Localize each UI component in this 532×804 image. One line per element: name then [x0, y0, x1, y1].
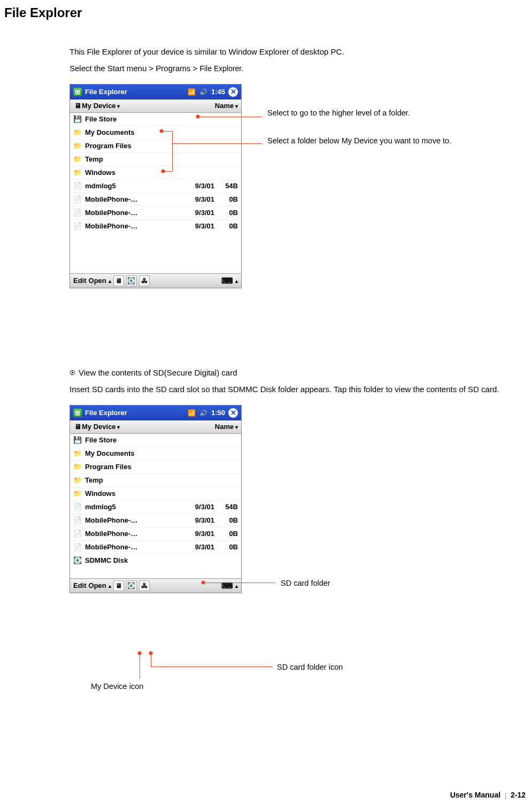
signal-icon[interactable] — [188, 88, 196, 96]
item-name: MobilePhone-… — [85, 515, 178, 526]
list-item[interactable]: Windows — [70, 487, 241, 500]
location-bar: My Device Name — [70, 99, 241, 113]
item-size: 54B — [218, 181, 238, 192]
tool-device-icon[interactable]: 🖥 — [113, 580, 124, 591]
sound-icon[interactable] — [199, 409, 208, 417]
item-size: 0B — [218, 542, 238, 553]
clock[interactable]: 1:50 — [211, 408, 225, 418]
keyboard-icon[interactable] — [221, 275, 233, 287]
callout-line — [151, 667, 273, 667]
item-name: Program Files — [85, 141, 238, 151]
item-date: 9/3/01 — [181, 194, 214, 205]
start-icon[interactable] — [73, 409, 82, 417]
file-list: File StoreMy DocumentsProgram FilesTempW… — [70, 113, 241, 273]
list-item[interactable]: Temp — [70, 152, 241, 166]
list-item[interactable]: File Store — [70, 113, 241, 126]
sort-dropdown[interactable]: Name — [215, 422, 238, 432]
footer-manual: User's Manual — [450, 791, 500, 799]
list-item[interactable]: SDMMC Disk — [70, 554, 241, 567]
item-size: 54B — [218, 502, 238, 512]
callout-line — [172, 143, 262, 144]
folder-icon — [73, 476, 82, 485]
file-list: File StoreMy DocumentsProgram FilesTempW… — [70, 434, 241, 578]
list-item[interactable]: MobilePhone-…9/3/010B — [70, 527, 241, 540]
doc-icon — [73, 209, 82, 217]
tool-network-icon[interactable]: 🖧 — [139, 580, 150, 591]
callout-sd-folder: SD card folder — [281, 578, 330, 589]
list-item[interactable]: MobilePhone-…9/3/010B — [70, 193, 241, 206]
item-date: 9/3/01 — [181, 208, 214, 218]
app-title: File Explorer — [85, 408, 127, 418]
menu-open[interactable]: Open — [89, 275, 106, 286]
folder-icon — [73, 128, 82, 137]
sort-dropdown[interactable]: Name — [215, 101, 238, 111]
tool-sdcard-icon[interactable]: 💽 — [126, 580, 137, 591]
callout-line — [140, 653, 140, 679]
sip-arrow-icon[interactable] — [235, 275, 238, 286]
list-item[interactable]: My Documents — [70, 126, 241, 139]
item-size: 0B — [218, 529, 238, 539]
item-name: mdmlog5 — [85, 502, 178, 512]
menu-edit[interactable]: Edit — [73, 580, 87, 591]
screenshot-2: File Explorer 1:50 ✕ My Device Name File… — [70, 405, 242, 593]
item-date: 9/3/01 — [181, 181, 214, 192]
callout-higher-level: Select to go to the higher level of a fo… — [267, 108, 428, 119]
tool-device-icon[interactable]: 🖥 — [113, 275, 124, 286]
close-icon[interactable]: ✕ — [228, 408, 238, 418]
list-item[interactable]: mdmlog59/3/0154B — [70, 500, 241, 514]
list-item[interactable]: mdmlog59/3/0154B — [70, 179, 241, 193]
callout-device-icon: My Device icon — [91, 682, 143, 692]
list-item[interactable]: MobilePhone-…9/3/010B — [70, 219, 241, 233]
bottom-bar: Edit Open 🖥 💽 🖧 — [70, 578, 241, 593]
list-item[interactable]: MobilePhone-…9/3/010B — [70, 514, 241, 527]
item-name: File Store — [85, 435, 238, 446]
callout-line — [151, 653, 151, 667]
list-item[interactable]: File Store — [70, 434, 241, 447]
start-icon[interactable] — [73, 88, 82, 96]
sound-icon[interactable] — [199, 88, 208, 96]
drive-icon — [73, 115, 82, 124]
item-name: Temp — [85, 154, 238, 165]
menu-open[interactable]: Open — [89, 580, 106, 591]
signal-icon[interactable] — [188, 409, 196, 417]
callout-move-to: Select a folder below My Device you want… — [267, 136, 497, 147]
arrow-up-icon[interactable] — [109, 275, 111, 286]
item-date: 9/3/01 — [181, 502, 214, 512]
item-name: MobilePhone-… — [85, 208, 178, 218]
list-item[interactable]: MobilePhone-…9/3/010B — [70, 206, 241, 219]
list-item[interactable]: MobilePhone-…9/3/010B — [70, 540, 241, 554]
callout-line — [161, 131, 172, 132]
item-date: 9/3/01 — [181, 515, 214, 526]
folder-icon — [73, 449, 82, 458]
intro-line-2b: File Explorer. — [199, 64, 243, 73]
sd-icon — [73, 556, 82, 565]
doc-icon — [73, 195, 82, 204]
list-item[interactable]: My Documents — [70, 447, 241, 460]
list-item[interactable]: Windows — [70, 166, 241, 179]
clock[interactable]: 1:45 — [211, 87, 225, 97]
location-dropdown[interactable]: My Device — [82, 422, 120, 432]
folder-icon — [73, 169, 82, 177]
folder-icon — [73, 155, 82, 164]
tool-sdcard-icon[interactable]: 💽 — [126, 275, 137, 286]
item-size: 0B — [218, 194, 238, 205]
location-dropdown[interactable]: My Device — [82, 101, 120, 111]
menu-edit[interactable]: Edit — [73, 275, 87, 286]
item-name: Program Files — [85, 462, 238, 472]
doc-icon — [73, 543, 82, 552]
location-bar: My Device Name — [70, 420, 241, 434]
sd-section: View the contents of SD(Secure Digital) … — [70, 367, 508, 593]
list-item[interactable]: Program Files — [70, 139, 241, 152]
list-item[interactable]: Temp — [70, 473, 241, 487]
keyboard-icon[interactable] — [221, 580, 233, 592]
close-icon[interactable]: ✕ — [228, 87, 238, 97]
tool-network-icon[interactable]: 🖧 — [139, 275, 150, 286]
item-name: Windows — [85, 488, 238, 499]
list-item[interactable]: Program Files — [70, 460, 241, 473]
item-name: MobilePhone-… — [85, 194, 178, 205]
arrow-up-icon[interactable] — [109, 580, 111, 591]
item-size: 0B — [218, 515, 238, 526]
folder-icon — [73, 142, 82, 150]
doc-icon — [73, 182, 82, 190]
item-name: MobilePhone-… — [85, 221, 178, 232]
